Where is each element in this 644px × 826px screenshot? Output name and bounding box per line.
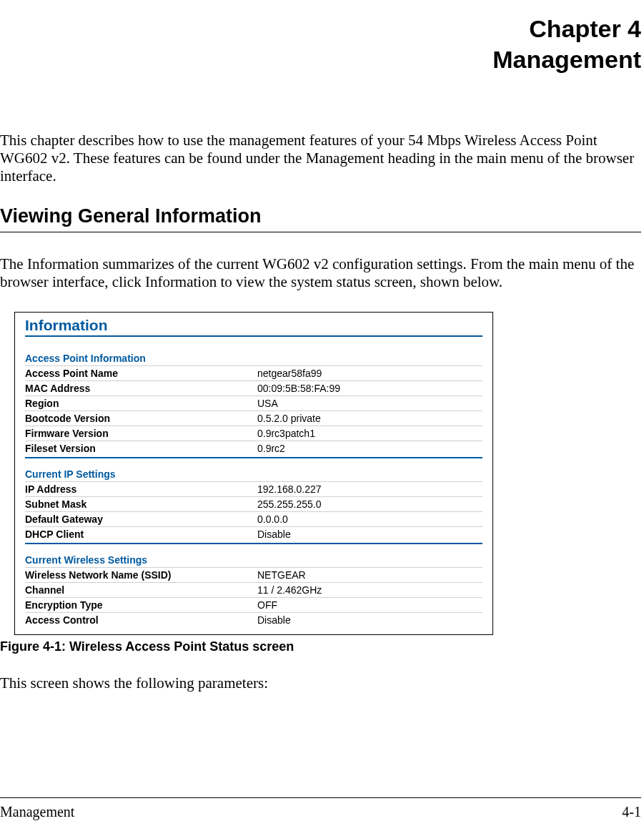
panel-title: Information — [15, 317, 492, 334]
value: Disable — [257, 612, 482, 627]
key: Default Gateway — [25, 511, 257, 526]
intro-paragraph: This chapter describes how to use the ma… — [0, 132, 641, 186]
key: Bootcode Version — [25, 410, 257, 426]
table-row: Bootcode Version0.5.2.0 private — [25, 410, 482, 426]
table-row: Access ControlDisable — [25, 612, 482, 627]
value: 11 / 2.462GHz — [257, 582, 482, 597]
key: Wireless Network Name (SSID) — [25, 567, 257, 582]
value: 255.255.255.0 — [257, 496, 482, 511]
table-row: Firmware Version0.9rc3patch1 — [25, 426, 482, 441]
table-row: Fileset Version0.9rc2 — [25, 441, 482, 456]
table-row: MAC Address00:09:5B:58:FA:99 — [25, 380, 482, 395]
group-header-ap: Access Point Information — [15, 353, 492, 365]
chapter-number: Chapter 4 — [0, 14, 641, 44]
value: USA — [257, 395, 482, 410]
key: Channel — [25, 582, 257, 597]
page-footer: Management 4-1 — [0, 797, 641, 820]
value: OFF — [257, 597, 482, 612]
ip-settings-table: IP Address192.168.0.227 Subnet Mask255.2… — [25, 481, 482, 541]
value: NETGEAR — [257, 567, 482, 582]
value: netgear58fa99 — [257, 365, 482, 380]
section-heading: Viewing General Information — [0, 205, 641, 232]
table-row: Encryption TypeOFF — [25, 597, 482, 612]
value: Disable — [257, 526, 482, 541]
value: 192.168.0.227 — [257, 481, 482, 496]
key: Access Control — [25, 612, 257, 627]
key: Region — [25, 395, 257, 410]
value: 0.9rc3patch1 — [257, 426, 482, 441]
figure-caption: Figure 4-1: Wireless Access Point Status… — [0, 639, 644, 654]
group-header-ip: Current IP Settings — [15, 468, 492, 481]
key: Access Point Name — [25, 365, 257, 380]
key: Encryption Type — [25, 597, 257, 612]
key: MAC Address — [25, 380, 257, 395]
table-row: RegionUSA — [25, 395, 482, 410]
value: 00:09:5B:58:FA:99 — [257, 380, 482, 395]
key: DHCP Client — [25, 526, 257, 541]
divider-icon — [25, 543, 482, 544]
section-paragraph: The Information summarizes of the curren… — [0, 255, 641, 291]
key: Fileset Version — [25, 441, 257, 456]
table-row: IP Address192.168.0.227 — [25, 481, 482, 496]
value: 0.0.0.0 — [257, 511, 482, 526]
table-row: Default Gateway0.0.0.0 — [25, 511, 482, 526]
wireless-settings-table: Wireless Network Name (SSID)NETGEAR Chan… — [25, 567, 482, 627]
panel-title-rule — [25, 335, 482, 337]
key: IP Address — [25, 481, 257, 496]
information-panel: Information Access Point Information Acc… — [14, 312, 493, 635]
group-header-wireless: Current Wireless Settings — [15, 554, 492, 567]
table-row: Access Point Namenetgear58fa99 — [25, 365, 482, 380]
table-row: Channel11 / 2.462GHz — [25, 582, 482, 597]
table-row: Subnet Mask255.255.255.0 — [25, 496, 482, 511]
key: Subnet Mask — [25, 496, 257, 511]
key: Firmware Version — [25, 426, 257, 441]
footer-left: Management — [0, 804, 74, 820]
closing-paragraph: This screen shows the following paramete… — [0, 674, 641, 692]
ap-info-table: Access Point Namenetgear58fa99 MAC Addre… — [25, 365, 482, 456]
chapter-title: Management — [0, 45, 641, 74]
divider-icon — [25, 457, 482, 458]
table-row: Wireless Network Name (SSID)NETGEAR — [25, 567, 482, 582]
chapter-header: Chapter 4 Management — [0, 14, 644, 74]
value: 0.5.2.0 private — [257, 410, 482, 426]
footer-right: 4-1 — [622, 804, 641, 820]
table-row: DHCP ClientDisable — [25, 526, 482, 541]
value: 0.9rc2 — [257, 441, 482, 456]
